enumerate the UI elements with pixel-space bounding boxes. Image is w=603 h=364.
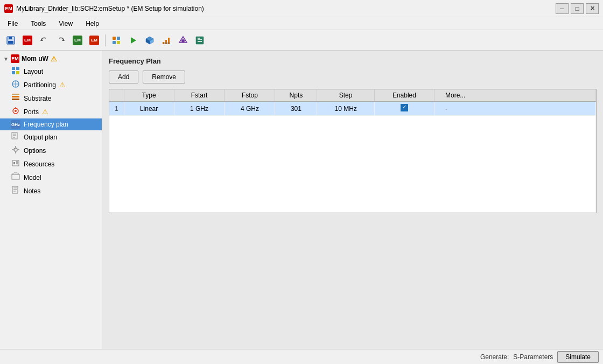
svg-rect-32 [12,94,19,95]
ports-warn-icon: ⚠ [42,108,48,116]
menu-help[interactable]: Help [82,19,102,29]
toolbar-separator-1 [105,34,106,46]
sidebar-item-model-label: Model [24,174,41,181]
sidebar: ▼ EM Mom uW ⚠ Layout Partitioning ⚠ Subs… [0,51,102,349]
svg-rect-7 [113,41,116,44]
svg-rect-25 [12,71,15,74]
th-npts: Npts [275,89,317,102]
model-icon [11,172,20,183]
title-bar: EM MyLibrary_Divider_lib:SCH2:emSetup * … [0,0,603,17]
svg-rect-24 [16,67,19,70]
toolbar-em-run-button[interactable]: EM [70,33,85,48]
sidebar-item-options[interactable]: Options [0,144,102,157]
th-step: Step [317,89,374,102]
simulate-button[interactable]: Simulate [557,351,599,363]
partitioning-icon [11,80,20,90]
cell-enabled[interactable] [374,102,434,116]
th-rownum [109,89,124,102]
toolbar-redo-button[interactable] [53,33,68,48]
th-fstop: Fstop [225,89,275,102]
cell-rownum: 1 [109,102,124,116]
th-more: More... [434,89,596,102]
freq-plan-table-wrapper: Type Fstart Fstop Npts Step Enabled More… [109,89,597,213]
toolbar-run-sim-button[interactable] [125,33,141,48]
options-icon [11,145,20,156]
svg-point-18 [181,39,185,43]
sidebar-item-substrate[interactable]: Substrate [0,92,102,105]
svg-rect-6 [117,37,120,40]
svg-rect-30 [12,96,19,97]
toolbar-undo-button[interactable] [37,33,52,48]
toolbar-em-button[interactable]: EM [20,33,35,48]
window-controls: ─ □ ✕ [556,3,599,14]
toolbar-export-button[interactable] [192,33,207,48]
remove-button[interactable]: Remove [143,71,185,83]
sidebar-item-frequency-plan[interactable]: GHz Frequency plan [0,118,102,130]
table-empty-row [109,116,596,213]
notes-icon [11,186,20,196]
sidebar-item-model[interactable]: Model [0,171,102,184]
sidebar-item-partitioning[interactable]: Partitioning ⚠ [0,78,102,92]
maximize-button[interactable]: □ [571,3,584,14]
cell-more[interactable]: - [434,102,596,116]
sidebar-item-layout[interactable]: Layout [0,65,102,78]
cell-npts[interactable]: 301 [275,102,317,116]
sidebar-item-output-plan[interactable]: Output plan [0,130,102,144]
collapse-arrow-icon: ▼ [3,56,9,62]
toolbar-model-button[interactable] [176,33,191,48]
menu-file[interactable]: File [4,19,21,29]
svg-rect-2 [8,41,13,44]
toolbar-results-button[interactable] [159,33,174,48]
sidebar-group-mom-uw[interactable]: ▼ EM Mom uW ⚠ [0,53,102,65]
menu-view[interactable]: View [55,19,76,29]
sidebar-item-notes[interactable]: Notes [0,184,102,198]
menu-bar: File Tools View Help [0,17,603,30]
cell-fstop[interactable]: 4 GHz [225,102,275,116]
sidebar-item-ports[interactable]: Ports ⚠ [0,105,102,118]
svg-rect-46 [13,162,15,164]
toolbar: EM EM EM [0,30,603,51]
sidebar-item-notes-label: Notes [24,187,40,195]
th-type: Type [124,89,174,102]
sidebar-item-resources[interactable]: Resources [0,157,102,171]
sidebar-item-resources-label: Resources [24,160,54,168]
freq-plan-title: Frequency Plan [109,57,597,65]
cell-step[interactable]: 10 MHz [317,102,374,116]
svg-rect-1 [9,37,12,39]
sidebar-item-partitioning-label: Partitioning [24,81,56,89]
enabled-checkbox[interactable] [401,104,408,111]
substrate-icon [11,93,20,103]
partitioning-warn-icon: ⚠ [59,81,66,89]
th-enabled: Enabled [374,89,434,102]
svg-marker-9 [131,37,136,44]
svg-rect-45 [12,160,19,166]
svg-rect-31 [12,99,19,100]
toolbar-em-stop-button[interactable]: EM [87,33,102,48]
sidebar-item-substrate-label: Substrate [24,95,51,102]
generate-label: Generate: [480,353,509,361]
status-bar: Generate: S-Parameters Simulate [0,349,603,364]
toolbar-3d-button[interactable] [142,33,157,48]
svg-rect-5 [113,37,116,40]
toolbar-layout-button[interactable] [109,33,124,48]
svg-rect-19 [196,37,204,44]
menu-tools[interactable]: Tools [27,19,49,29]
main-layout: ▼ EM Mom uW ⚠ Layout Partitioning ⚠ Subs… [0,51,603,349]
sidebar-group-warn-icon: ⚠ [51,55,57,63]
table-row[interactable]: 1 Linear 1 GHz 4 GHz 301 10 MHz - [109,102,596,116]
layout-icon [11,66,20,76]
sidebar-item-output-plan-label: Output plan [24,134,57,141]
minimize-button[interactable]: ─ [556,3,569,14]
frequency-plan-icon: GHz [11,120,20,129]
app-icon: EM [4,4,13,13]
add-button[interactable]: Add [109,71,138,83]
freq-plan-toolbar: Add Remove [109,71,597,83]
close-button[interactable]: ✕ [586,3,599,14]
ports-icon [11,107,20,117]
sidebar-item-layout-label: Layout [24,68,43,75]
svg-rect-47 [16,161,18,164]
toolbar-save-button[interactable] [3,33,18,48]
cell-fstart[interactable]: 1 GHz [174,102,225,116]
content-area: Frequency Plan Add Remove Type Fstart Fs… [102,51,603,349]
cell-type[interactable]: Linear [124,102,174,116]
